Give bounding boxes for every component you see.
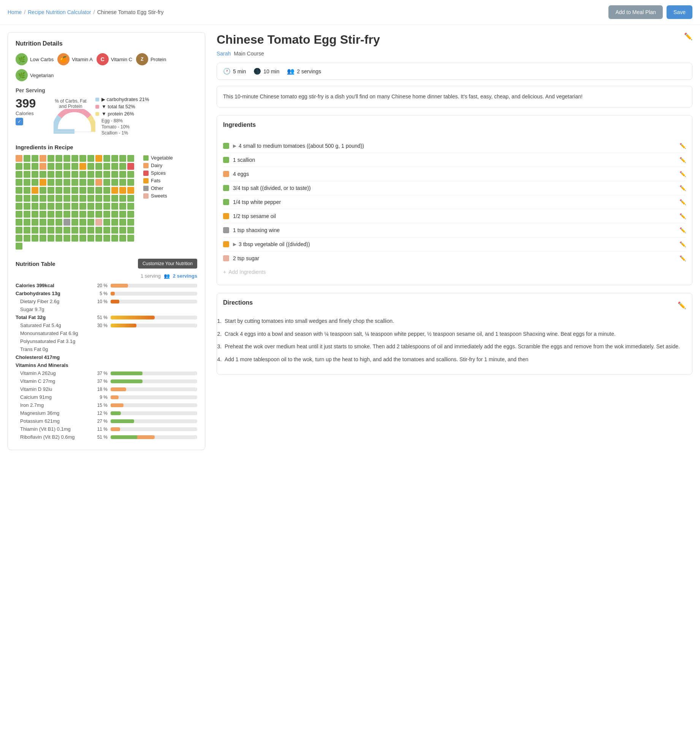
ingredient-edit-icon[interactable]: ✏️ <box>679 185 686 191</box>
serving-icon: 👥 <box>164 273 170 279</box>
dot-grid-cell <box>71 219 78 226</box>
dot-grid-cell <box>103 195 110 202</box>
legend-label-dairy: Dairy <box>151 163 162 168</box>
breadcrumb-calculator[interactable]: Recipe Nutrition Calculator <box>28 9 91 15</box>
add-ingredient-button[interactable]: + Add Ingredients <box>223 265 686 279</box>
nutrition-row-pct: 27 % <box>92 419 111 424</box>
nutrition-bar-bg <box>111 427 197 431</box>
nutrition-table-header: Nutrition Table Customize Your Nutrition <box>16 259 197 269</box>
nutrition-bar-bg <box>111 403 197 407</box>
dot-grid-cell <box>103 163 110 170</box>
breadcrumb-home[interactable]: Home <box>8 9 22 15</box>
dot-grid-cell <box>16 219 22 226</box>
nutrition-row: Iron 2.7mg15 % <box>16 402 197 408</box>
nutrition-row-label: Vitamin C 27mg <box>16 378 92 384</box>
nutrition-bar-bg <box>111 387 197 391</box>
dot-grid-cell <box>119 163 126 170</box>
ingredient-color-indicator <box>223 185 229 191</box>
add-to-meal-plan-button[interactable]: Add to Meal Plan <box>608 5 663 19</box>
legend-label-other: Other <box>151 185 163 191</box>
ingredient-edit-icon[interactable]: ✏️ <box>679 171 686 177</box>
macro-protein: ▼ protein 26% <box>95 111 149 117</box>
customize-nutrition-button[interactable]: Customize Your Nutrition <box>138 259 197 269</box>
dot-grid-cell <box>127 227 134 234</box>
dot-grid-cell <box>79 195 86 202</box>
serving-1-label[interactable]: 1 serving <box>141 273 161 279</box>
nutrition-row-label: Monounsaturated Fat 6.9g <box>16 330 92 336</box>
dot-grid-cell <box>95 235 102 242</box>
dot-grid-cell <box>48 235 54 242</box>
tag-label-vitamin-c: Vitamin C <box>111 57 132 62</box>
nutrition-bar-bg <box>111 411 197 415</box>
recipe-category: Main Course <box>234 51 264 57</box>
tag-low-carbs: 🌿 Low Carbs <box>16 53 54 65</box>
ingredient-row: 4 eggs✏️ <box>223 167 686 181</box>
dot-grid-cell <box>24 195 30 202</box>
nutrition-row-pct: 37 % <box>92 371 111 376</box>
save-button[interactable]: Save <box>667 5 692 19</box>
protein-dot <box>95 112 99 116</box>
nutrition-bar-fill <box>111 379 143 383</box>
nutrition-row-pct: 11 % <box>92 427 111 432</box>
dot-grid-cell <box>87 203 94 210</box>
directions-section: Directions ✏️ Start by cutting tomatoes … <box>217 293 692 375</box>
dot-grid-cell <box>48 171 54 178</box>
nutrition-row-pct: 51 % <box>92 435 111 440</box>
legend-dot-sweets <box>143 193 149 199</box>
legend-dot-other <box>143 186 149 191</box>
stat-prep-time: 🕐 5 min <box>223 68 246 75</box>
nutrition-row-label: Sugar 9.7g <box>16 307 92 312</box>
ingredient-expand-arrow[interactable]: ▶ <box>233 143 236 149</box>
dot-grid-cell <box>32 227 38 234</box>
dot-grid-cell <box>95 195 102 202</box>
servings-value: 2 servings <box>297 68 321 74</box>
dot-grid-cell <box>95 163 102 170</box>
protein-sources: Egg - 88% Tomato - 10% Scallion - 1% <box>101 118 149 136</box>
nutrition-row-label: Total Fat 32g <box>16 315 92 320</box>
dot-grid-cell <box>63 211 70 218</box>
ingredient-edit-icon[interactable]: ✏️ <box>679 227 686 233</box>
dot-grid-cell <box>40 187 46 194</box>
breadcrumb-sep2: / <box>93 9 95 15</box>
dot-grid-cell <box>79 227 86 234</box>
ingredient-edit-icon[interactable]: ✏️ <box>679 213 686 219</box>
prep-time-icon: 🕐 <box>223 68 231 75</box>
dot-grid-cell <box>16 179 22 186</box>
servings-icon: 👥 <box>287 68 295 75</box>
dot-grid-cell <box>119 227 126 234</box>
recipe-title-edit-icon[interactable]: ✏️ <box>684 32 692 41</box>
nutrition-bar-bg <box>111 371 197 375</box>
dot-grid-cell <box>55 179 62 186</box>
dot-grid-cell <box>16 155 22 162</box>
ingredient-expand-arrow[interactable]: ▶ <box>233 242 236 247</box>
dot-grid-cell <box>24 163 30 170</box>
ingredient-edit-icon[interactable]: ✏️ <box>679 199 686 205</box>
nutrition-row-pct: 51 % <box>92 315 111 320</box>
dot-grid-cell <box>48 227 54 234</box>
dot-grid-cell <box>16 227 22 234</box>
breadcrumb-sep1: / <box>24 9 25 15</box>
dot-grid-cell <box>103 227 110 234</box>
serving-2-label[interactable]: 2 servings <box>173 273 197 279</box>
ingredient-edit-icon[interactable]: ✏️ <box>679 255 686 261</box>
nutrition-rows: Calories 399kcal20 %Carbohydrates 13g5 %… <box>16 283 197 440</box>
dot-grid-cell <box>63 179 70 186</box>
directions-edit-icon[interactable]: ✏️ <box>678 301 686 310</box>
dot-grid-cell <box>71 179 78 186</box>
ingredient-edit-icon[interactable]: ✏️ <box>679 157 686 163</box>
nutrition-row-label: Magnesium 36mg <box>16 410 92 416</box>
macro-fat: ▼ total fat 52% <box>95 104 149 109</box>
dot-grid-cell <box>127 235 134 242</box>
dot-grid-cell <box>95 219 102 226</box>
recipe-author[interactable]: Sarah <box>217 51 231 57</box>
dot-grid-cell <box>71 227 78 234</box>
ingredient-edit-icon[interactable]: ✏️ <box>679 143 686 149</box>
dot-grid-cell <box>79 211 86 218</box>
nutrition-row-label: Riboflavin (Vit B2) 0.6mg <box>16 434 92 440</box>
nutrition-row-pct: 15 % <box>92 403 111 408</box>
ingredient-edit-icon[interactable]: ✏️ <box>679 241 686 247</box>
dot-grid-cell <box>16 203 22 210</box>
dot-grid-cell <box>127 187 134 194</box>
protein-source-scallion: Scallion - 1% <box>101 130 149 136</box>
legend-dot-dairy <box>143 163 149 168</box>
